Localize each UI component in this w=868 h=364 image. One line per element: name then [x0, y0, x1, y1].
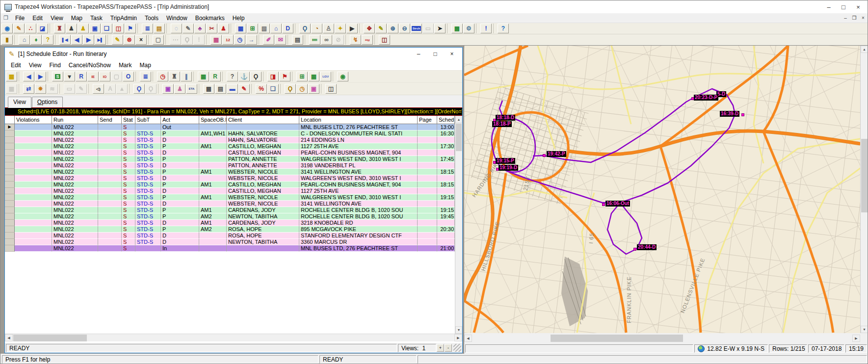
- search-dim-icon[interactable]: Ϙ: [182, 35, 193, 45]
- maximize-button[interactable]: □: [836, 2, 851, 12]
- bus-stop-icon[interactable]: ◫: [113, 24, 124, 33]
- delete-x-icon[interactable]: ×: [135, 35, 147, 45]
- clients-group-icon[interactable]: ♣: [194, 24, 206, 33]
- itinerary-row-9[interactable]: MNL022SSTD-SDWEBSTER, NICOLEWALGREEN'S W…: [5, 175, 462, 182]
- itinerary-row-16[interactable]: MNL022SSTD-SDAM1CARDENAS, JODY3218 KNOBD…: [5, 220, 462, 226]
- book-icon[interactable]: ◫: [379, 35, 390, 45]
- grid-hscroll-thumb[interactable]: [13, 335, 87, 341]
- address-book-icon[interactable]: ▤: [154, 24, 165, 33]
- map-points-icon[interactable]: ∴: [25, 24, 36, 33]
- percent-icon[interactable]: %: [256, 84, 267, 94]
- menu-item-map[interactable]: Map: [67, 14, 86, 23]
- car-icon[interactable]: ▬: [227, 84, 238, 94]
- chart-red-icon[interactable]: ◨: [267, 72, 279, 81]
- table-green-icon[interactable]: ⊞: [296, 72, 308, 81]
- mdt-screen-icon[interactable]: ▣: [162, 84, 174, 94]
- person-schedule-icon[interactable]: ♙: [323, 24, 334, 33]
- grid-horizontal-scrollbar[interactable]: ◀ ▶: [5, 334, 462, 341]
- pushpin-icon[interactable]: ✦: [335, 24, 346, 33]
- itinerary-row-13[interactable]: MNL022SSTD-SDWEBSTER, NICOLE3141 WELLING…: [5, 201, 462, 207]
- status-dropdown-icon[interactable]: ▾: [64, 72, 75, 81]
- map-edit-icon[interactable]: ✎: [13, 24, 25, 33]
- zoom-in-icon[interactable]: ⊕: [387, 24, 398, 33]
- grid-vscroll-thumb[interactable]: [456, 124, 462, 151]
- grid-window-icon[interactable]: ▦: [235, 24, 246, 33]
- stretch-icon[interactable]: Strch: [411, 24, 422, 33]
- find-window-icon[interactable]: Ϙ: [133, 84, 145, 94]
- nav-prev-icon[interactable]: ◀: [71, 35, 82, 45]
- find-dim-icon[interactable]: Ϙ: [145, 84, 157, 94]
- clock-grid-icon[interactable]: ◷: [234, 35, 245, 45]
- editor-menu-item-mark[interactable]: Mark: [115, 61, 136, 70]
- itinerary-row-5[interactable]: MNL022SSTD-SDCASTILLO, MEGHANPEARL-COHN …: [5, 150, 462, 156]
- edit-pencil-icon[interactable]: ✎: [112, 35, 123, 45]
- close-button[interactable]: ×: [851, 2, 866, 12]
- globe-route-icon[interactable]: ◉: [337, 72, 348, 81]
- flag-red-icon[interactable]: ⚑: [279, 72, 290, 81]
- sched-status-icon[interactable]: S: [52, 72, 63, 81]
- mdi-restore-button[interactable]: ❐: [850, 14, 859, 22]
- itinerary-row-2[interactable]: MNL022SSTD-SPAM1,WH1HAHN, SALVATOREC - D…: [5, 130, 462, 137]
- help-icon[interactable]: ?: [498, 24, 509, 33]
- lgu-icon[interactable]: LGU: [320, 72, 331, 81]
- resize-grip[interactable]: [453, 344, 461, 352]
- map-vscroll-thumb[interactable]: [861, 139, 868, 212]
- run-sheet-icon[interactable]: ▦: [6, 72, 17, 81]
- pointer-icon[interactable]: ➤: [434, 24, 446, 33]
- scroll-up-icon[interactable]: ▲: [455, 116, 462, 123]
- calendar-clock-icon[interactable]: ◔: [311, 24, 322, 33]
- move-cross-icon[interactable]: ✥: [364, 24, 375, 33]
- lasso-icon[interactable]: ◌: [171, 24, 182, 33]
- mdi-child-icon[interactable]: ❐: [2, 15, 11, 21]
- speaker-icon[interactable]: ◁): [93, 84, 104, 94]
- itinerary-row-11[interactable]: MNL022SSTD-SDCASTILLO, MEGHAN1127 25TH A…: [5, 188, 462, 194]
- editor-minimize-button[interactable]: –: [410, 50, 427, 58]
- station-icon[interactable]: ♜: [54, 24, 65, 33]
- itinerary-row-17[interactable]: MNL022SSTD-SPAM2ROSA, HOPE895 MCGAVOCK P…: [5, 226, 462, 233]
- new-doc-icon[interactable]: ▢: [153, 35, 164, 45]
- map-scroll-up-icon[interactable]: ▲: [861, 46, 868, 53]
- column-header-subt[interactable]: SubT: [135, 116, 161, 124]
- views-increase-button[interactable]: +: [437, 344, 444, 352]
- scroll-left-icon[interactable]: ◀: [5, 334, 13, 341]
- column-header-violations[interactable]: Violations: [15, 116, 52, 124]
- column-header-send[interactable]: Send: [98, 116, 122, 124]
- color-grid-icon[interactable]: ▦: [210, 35, 222, 45]
- vehicle-green-icon[interactable]: ♦: [30, 35, 42, 45]
- itinerary-row-6[interactable]: MNL022SSTD-SPPATTON, ANNETTEWALGREEN'S W…: [5, 156, 462, 162]
- mdi-close-button[interactable]: ×: [859, 14, 868, 22]
- pencil-dim-icon[interactable]: ✎: [76, 84, 87, 94]
- itinerary-row-4[interactable]: MNL022SSTD-SPAM1CASTILLO, MEGHAN1127 25T…: [5, 143, 462, 150]
- itinerary-row-8[interactable]: MNL022SSTD-SPAM1WEBSTER, NICOLE3141 WELL…: [5, 169, 462, 175]
- export-doc-icon[interactable]: →: [246, 35, 257, 45]
- printer-icon[interactable]: ▤: [292, 35, 303, 45]
- itinerary-list-icon[interactable]: ≣: [140, 72, 151, 81]
- mdi-minimize-button[interactable]: –: [841, 14, 850, 22]
- run-prev-icon[interactable]: ◀: [23, 72, 34, 81]
- envelope-icon[interactable]: ✉: [275, 35, 286, 45]
- doc-blue-icon[interactable]: ❏: [267, 84, 279, 94]
- map-scroll-down-icon[interactable]: ▼: [861, 326, 868, 333]
- column-header-selector[interactable]: [5, 116, 15, 124]
- menu-item-file[interactable]: File: [11, 14, 28, 23]
- editor-maximize-button[interactable]: □: [427, 50, 444, 58]
- tab-options[interactable]: Options: [32, 97, 63, 107]
- column-header-location[interactable]: Location: [299, 116, 418, 124]
- calc-icon[interactable]: ▩: [203, 84, 214, 94]
- depot-icon[interactable]: ♜: [169, 72, 180, 81]
- eta-icon[interactable]: ETA: [186, 84, 197, 94]
- alert-dim-icon[interactable]: !: [193, 35, 205, 45]
- review-icon[interactable]: R: [76, 72, 87, 81]
- signature-icon[interactable]: ✎: [183, 24, 194, 33]
- dispatch-d-icon[interactable]: D: [282, 24, 293, 33]
- editor-menu-item-find[interactable]: Find: [45, 61, 64, 70]
- window-play-icon[interactable]: ▶: [346, 24, 358, 33]
- editor-close-button[interactable]: ×: [444, 50, 460, 58]
- bus-icon[interactable]: ▣: [89, 24, 101, 33]
- runner-icon[interactable]: ↯: [350, 35, 361, 45]
- column-header-stat[interactable]: Stat: [122, 116, 135, 124]
- scroll-down-icon[interactable]: ▼: [455, 326, 462, 334]
- chart-dim-icon[interactable]: ▲: [116, 84, 128, 94]
- map-route-icon[interactable]: ◪: [37, 24, 48, 33]
- stamp-icon[interactable]: ✵: [35, 84, 46, 94]
